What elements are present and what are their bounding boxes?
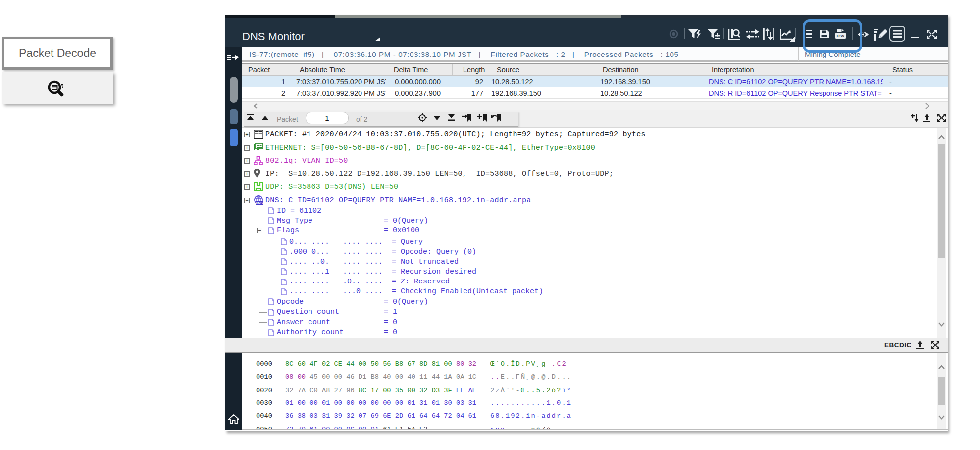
svg-text:DNS: DNS xyxy=(256,201,263,205)
